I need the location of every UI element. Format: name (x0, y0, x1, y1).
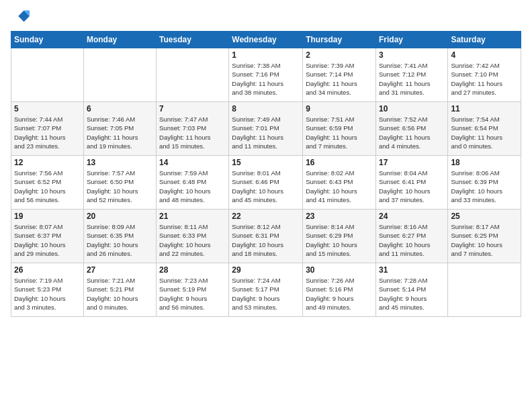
day-info: Sunrise: 7:28 AMSunset: 5:14 PMDaylight:… (379, 276, 445, 312)
day-number: 21 (159, 212, 226, 221)
day-info: Sunrise: 7:56 AMSunset: 6:52 PMDaylight:… (14, 169, 81, 204)
calendar-week-2: 5Sunrise: 7:44 AMSunset: 7:07 PMDaylight… (11, 102, 521, 156)
empty-cell (83, 48, 156, 102)
calendar-day-21: 21Sunrise: 8:11 AMSunset: 6:33 PMDayligh… (157, 210, 229, 263)
calendar-day-15: 15Sunrise: 8:01 AMSunset: 6:46 PMDayligh… (229, 156, 303, 210)
calendar-day-19: 19Sunrise: 8:07 AMSunset: 6:37 PMDayligh… (11, 210, 84, 263)
day-header-tuesday: Tuesday (157, 32, 229, 48)
day-number: 18 (451, 158, 518, 167)
day-info: Sunrise: 8:07 AMSunset: 6:37 PMDaylight:… (14, 222, 81, 258)
calendar-day-31: 31Sunrise: 7:28 AMSunset: 5:14 PMDayligh… (375, 263, 447, 317)
day-number: 16 (306, 158, 373, 167)
calendar-week-4: 19Sunrise: 8:07 AMSunset: 6:37 PMDayligh… (11, 210, 521, 263)
calendar-day-26: 26Sunrise: 7:19 AMSunset: 5:23 PMDayligh… (11, 263, 84, 317)
day-header-sunday: Sunday (11, 32, 84, 48)
day-number: 24 (379, 212, 445, 221)
day-number: 19 (14, 212, 81, 221)
calendar-day-25: 25Sunrise: 8:17 AMSunset: 6:25 PMDayligh… (448, 210, 521, 263)
day-info: Sunrise: 7:23 AMSunset: 5:19 PMDaylight:… (159, 276, 226, 312)
empty-cell (11, 48, 84, 102)
calendar-day-20: 20Sunrise: 8:09 AMSunset: 6:35 PMDayligh… (83, 210, 156, 263)
calendar-day-22: 22Sunrise: 8:12 AMSunset: 6:31 PMDayligh… (229, 210, 303, 263)
page: SundayMondayTuesdayWednesdayThursdayFrid… (0, 0, 532, 411)
day-info: Sunrise: 7:59 AMSunset: 6:48 PMDaylight:… (159, 169, 226, 204)
day-info: Sunrise: 7:52 AMSunset: 6:56 PMDaylight:… (379, 115, 445, 150)
day-header-friday: Friday (375, 32, 447, 48)
day-info: Sunrise: 8:09 AMSunset: 6:35 PMDaylight:… (87, 222, 153, 258)
calendar-day-9: 9Sunrise: 7:51 AMSunset: 6:59 PMDaylight… (303, 102, 376, 156)
calendar-day-29: 29Sunrise: 7:24 AMSunset: 5:17 PMDayligh… (229, 263, 303, 317)
day-number: 5 (14, 104, 81, 113)
calendar-day-18: 18Sunrise: 8:06 AMSunset: 6:39 PMDayligh… (448, 156, 521, 210)
calendar-week-3: 12Sunrise: 7:56 AMSunset: 6:52 PMDayligh… (11, 156, 521, 210)
day-number: 2 (306, 50, 373, 60)
day-info: Sunrise: 8:06 AMSunset: 6:39 PMDaylight:… (451, 169, 518, 204)
calendar-day-16: 16Sunrise: 8:02 AMSunset: 6:43 PMDayligh… (303, 156, 376, 210)
logo (11, 7, 32, 26)
day-info: Sunrise: 7:42 AMSunset: 7:10 PMDaylight:… (451, 61, 518, 97)
day-number: 12 (14, 158, 81, 167)
day-info: Sunrise: 7:44 AMSunset: 7:07 PMDaylight:… (14, 115, 81, 150)
logo-icon (11, 7, 30, 26)
calendar-day-7: 7Sunrise: 7:47 AMSunset: 7:03 PMDaylight… (157, 102, 229, 156)
calendar-day-1: 1Sunrise: 7:38 AMSunset: 7:16 PMDaylight… (229, 48, 303, 102)
calendar-day-10: 10Sunrise: 7:52 AMSunset: 6:56 PMDayligh… (375, 102, 447, 156)
day-info: Sunrise: 7:26 AMSunset: 5:16 PMDaylight:… (306, 276, 373, 312)
day-info: Sunrise: 8:14 AMSunset: 6:29 PMDaylight:… (306, 222, 373, 258)
day-number: 29 (232, 265, 300, 275)
day-info: Sunrise: 7:19 AMSunset: 5:23 PMDaylight:… (14, 276, 81, 312)
day-number: 6 (87, 104, 153, 113)
day-info: Sunrise: 7:38 AMSunset: 7:16 PMDaylight:… (232, 61, 300, 97)
calendar-day-2: 2Sunrise: 7:39 AMSunset: 7:14 PMDaylight… (303, 48, 376, 102)
day-header-wednesday: Wednesday (229, 32, 303, 48)
day-header-thursday: Thursday (303, 32, 376, 48)
calendar-day-17: 17Sunrise: 8:04 AMSunset: 6:41 PMDayligh… (375, 156, 447, 210)
day-number: 13 (87, 158, 153, 167)
day-number: 3 (379, 50, 445, 60)
day-info: Sunrise: 7:24 AMSunset: 5:17 PMDaylight:… (232, 276, 300, 312)
day-info: Sunrise: 7:51 AMSunset: 6:59 PMDaylight:… (306, 115, 373, 150)
day-number: 11 (451, 104, 518, 113)
calendar-day-23: 23Sunrise: 8:14 AMSunset: 6:29 PMDayligh… (303, 210, 376, 263)
day-number: 31 (379, 265, 445, 275)
calendar-day-4: 4Sunrise: 7:42 AMSunset: 7:10 PMDaylight… (448, 48, 521, 102)
day-number: 27 (87, 265, 153, 275)
day-info: Sunrise: 7:41 AMSunset: 7:12 PMDaylight:… (379, 61, 445, 97)
day-info: Sunrise: 8:11 AMSunset: 6:33 PMDaylight:… (159, 222, 226, 258)
day-number: 30 (306, 265, 373, 275)
empty-cell (157, 48, 229, 102)
calendar-day-24: 24Sunrise: 8:16 AMSunset: 6:27 PMDayligh… (375, 210, 447, 263)
day-info: Sunrise: 8:17 AMSunset: 6:25 PMDaylight:… (451, 222, 518, 258)
day-info: Sunrise: 8:01 AMSunset: 6:46 PMDaylight:… (232, 169, 300, 204)
day-number: 23 (306, 212, 373, 221)
calendar-day-13: 13Sunrise: 7:57 AMSunset: 6:50 PMDayligh… (83, 156, 156, 210)
calendar-table: SundayMondayTuesdayWednesdayThursdayFrid… (11, 31, 521, 317)
calendar-day-8: 8Sunrise: 7:49 AMSunset: 7:01 PMDaylight… (229, 102, 303, 156)
day-info: Sunrise: 7:47 AMSunset: 7:03 PMDaylight:… (159, 115, 226, 150)
day-number: 25 (451, 212, 518, 221)
calendar-day-28: 28Sunrise: 7:23 AMSunset: 5:19 PMDayligh… (157, 263, 229, 317)
calendar-week-5: 26Sunrise: 7:19 AMSunset: 5:23 PMDayligh… (11, 263, 521, 317)
day-number: 9 (306, 104, 373, 113)
day-header-monday: Monday (83, 32, 156, 48)
day-number: 28 (159, 265, 226, 275)
calendar-day-3: 3Sunrise: 7:41 AMSunset: 7:12 PMDaylight… (375, 48, 447, 102)
calendar-day-6: 6Sunrise: 7:46 AMSunset: 7:05 PMDaylight… (83, 102, 156, 156)
calendar-day-5: 5Sunrise: 7:44 AMSunset: 7:07 PMDaylight… (11, 102, 84, 156)
day-info: Sunrise: 8:04 AMSunset: 6:41 PMDaylight:… (379, 169, 445, 204)
day-info: Sunrise: 7:21 AMSunset: 5:21 PMDaylight:… (87, 276, 153, 312)
day-number: 8 (232, 104, 300, 113)
calendar-day-12: 12Sunrise: 7:56 AMSunset: 6:52 PMDayligh… (11, 156, 84, 210)
day-number: 10 (379, 104, 445, 113)
day-info: Sunrise: 8:02 AMSunset: 6:43 PMDaylight:… (306, 169, 373, 204)
empty-cell (448, 263, 521, 317)
calendar-day-14: 14Sunrise: 7:59 AMSunset: 6:48 PMDayligh… (157, 156, 229, 210)
day-info: Sunrise: 7:57 AMSunset: 6:50 PMDaylight:… (87, 169, 153, 204)
day-info: Sunrise: 8:12 AMSunset: 6:31 PMDaylight:… (232, 222, 300, 258)
day-info: Sunrise: 7:39 AMSunset: 7:14 PMDaylight:… (306, 61, 373, 97)
day-number: 7 (159, 104, 226, 113)
day-info: Sunrise: 7:54 AMSunset: 6:54 PMDaylight:… (451, 115, 518, 150)
day-number: 26 (14, 265, 81, 275)
day-number: 4 (451, 50, 518, 60)
header (11, 7, 521, 26)
